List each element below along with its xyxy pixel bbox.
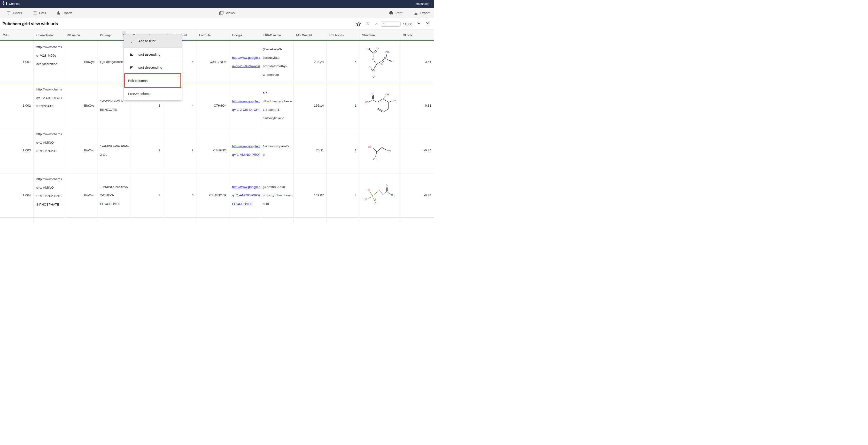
brand-name: Connect [9,2,20,6]
cell-db-regid: 1-AMINO-PROPAN- 2-OL [97,128,130,173]
cell-xlogp: -0.31 [400,83,434,128]
cell-iupac: (3-amino-2-oxo- propoxy)phosphonic acid [260,173,293,217]
table-row[interactable]: 1,003 http://www.chems q=1-AMINO- PROPAN… [0,128,434,173]
svg-text:N⁺: N⁺ [384,57,387,60]
column-header-rot-bonds[interactable]: Rot bonds [327,30,360,40]
svg-text:O: O [372,58,374,61]
cell-db-name: BioCyc [64,128,97,173]
menu-item-sort-descending[interactable]: sort descending [124,61,182,74]
cell-db-name [64,218,97,222]
cell-google-link[interactable]: http://www.google.c q="%28-%29o-acety [229,41,260,83]
cell-chemspider: http://www.chems q=1-AMINO- PROPAN-2-OL [34,128,64,173]
chemaxon-logo-icon [2,1,7,7]
cell-google-link [229,218,260,222]
user-name: chemaxon [416,2,429,6]
column-header-mol-weight[interactable]: Mol Weight [293,30,327,40]
menu-item-add-to-filter[interactable]: Add to filter [124,35,182,48]
svg-text:H₃C: H₃C [366,48,370,50]
column-header-structure[interactable]: Structure [360,30,400,40]
column-header-cdid[interactable]: CdId [0,30,34,40]
cell-iupac: 5,6- dihydroxycyclohexa- 1,3-diene-1- ca… [260,83,293,128]
column-header-xlogp[interactable]: XLogP [400,30,434,40]
cell-mol-weight: 203.24 [293,41,327,83]
cell-iupac [260,218,293,222]
menu-item-sort-ascending[interactable]: sort ascending [124,48,182,61]
print-button[interactable]: Print [389,11,403,15]
column-header-google[interactable]: Google [229,30,260,40]
favorite-star-icon[interactable] [356,21,361,28]
svg-text:NH₂: NH₂ [391,194,395,196]
grid-header-row: CdId ChemSpider DB name DB regid Donor c… [0,30,434,40]
svg-text:CH₃: CH₃ [390,60,395,62]
svg-text:O: O [375,202,376,205]
cell-cdid: 1,003 [0,128,34,173]
toolbar-center: Views [219,8,235,19]
filters-button[interactable]: Filters [6,11,22,15]
menu-item-freeze-column[interactable]: Freeze column [124,87,182,100]
table-row[interactable]: 1,001 http://www.chems q=%28-%29o- acety… [0,40,434,83]
cell-chemspider: http://www.chems q=1-2-CIS-DI-OH- BENZOA… [34,83,64,128]
cell-xlogp [400,218,434,222]
cell-rot-bonds: 1 [327,83,360,128]
cell-mol-weight: 169.07 [293,173,327,217]
cell-mol-weight [293,218,327,222]
svg-text:HO: HO [364,198,367,201]
list-icon [33,11,37,15]
cell-structure: OH OH O HO [360,83,400,128]
cell-structure [360,218,400,222]
cell-acceptor-count: 2 [163,128,196,173]
cell-xlogp: -0.84 [400,173,434,217]
data-grid: CdId ChemSpider DB name DB regid Donor c… [0,30,434,222]
column-header-chemspider[interactable]: ChemSpider [34,30,64,40]
svg-text:O: O [369,66,370,68]
svg-text:CH₃: CH₃ [373,158,377,161]
first-page-icon[interactable] [366,22,370,27]
cell-db-regid [97,218,130,222]
chevron-down-icon: ▾ [431,3,432,5]
column-header-db-name[interactable]: DB name [64,30,97,40]
svg-text:CH₃: CH₃ [385,51,390,54]
cell-google-link[interactable]: http://www.google.c q="1-2-CIS-DI-OH-BE [229,83,260,128]
previous-page-icon[interactable] [374,22,379,26]
cell-rot-bonds [327,218,360,222]
views-button[interactable]: Views [219,11,235,15]
column-header-formula[interactable]: Formula [196,30,229,40]
charts-button[interactable]: Charts [57,11,72,15]
toolbar-right: Print Export [389,8,430,19]
structure-aminopropanol: HO CH₃ NH₂ [363,134,397,167]
cell-mol-weight: 75.11 [293,128,327,173]
toolbar-left: Filters Lists [0,11,72,15]
table-row[interactable]: 1,004 http://www.chems q=1-AMINO- PROPAN… [0,173,434,218]
cell-formula: C9H17NO4 [196,41,229,83]
cell-acceptor-count: 6 [163,173,196,217]
column-header-iupac-name[interactable]: IUPAC name [260,30,293,40]
cell-mol-weight: 156.14 [293,83,327,128]
svg-text:O: O [372,92,373,95]
views-icon [219,11,223,15]
export-button[interactable]: Export [414,11,430,15]
cell-structure: HO HO P O O O NH₂ [360,173,400,217]
svg-text:HO: HO [365,101,369,104]
page-number-input[interactable] [381,22,401,27]
table-row[interactable]: http://www.chem [0,218,434,222]
toolbar: Filters Lists [0,8,434,19]
menu-item-edit-columns[interactable]: Edit columns [124,74,182,87]
last-page-icon[interactable] [426,22,430,27]
page-title: Pubchem grid view with urls [2,22,58,26]
cell-db-name: BioCyc [64,83,97,128]
cell-google-link[interactable]: http://www.google.c q="1-AMINO-PROPA [229,128,260,173]
user-menu[interactable]: chemaxon ▾ [416,0,432,8]
views-label: Views [226,11,235,15]
charts-label: Charts [62,11,72,15]
cell-db-name: BioCyc [64,41,97,83]
table-row[interactable]: 1,002 http://www.chems q=1-2-CIS-DI-OH- … [0,83,434,128]
next-page-icon[interactable] [416,22,421,26]
lists-button[interactable]: Lists [33,11,46,15]
printer-icon [389,11,393,15]
cell-google-link[interactable]: http://www.google.c q="1-AMINO-PROPA PHO… [229,173,260,217]
svg-text:NH₂: NH₂ [387,149,391,152]
brand[interactable]: Connect [0,1,20,7]
cell-formula: C3H8NO5P [196,173,229,217]
page-total: / 1000 [403,22,412,26]
svg-text:OH: OH [385,93,389,96]
